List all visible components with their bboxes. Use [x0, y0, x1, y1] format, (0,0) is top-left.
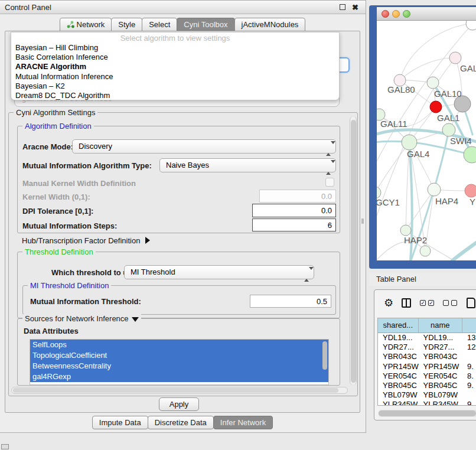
table-row[interactable]: YBR045CYBR045C9. — [378, 381, 476, 390]
dpi-tolerance-field[interactable] — [252, 204, 336, 217]
control-panel-titlebar: Control Panel ✖ — [0, 1, 366, 14]
network-node-gal1[interactable] — [430, 101, 442, 113]
data-attribute-item[interactable]: gal4RGexp — [30, 371, 328, 382]
gear-icon[interactable]: ⚙ — [384, 290, 393, 316]
network-node-gal[interactable] — [449, 52, 461, 64]
aracne-mode-label: Aracne Mode: — [22, 142, 73, 151]
mi-threshold-legend: MI Threshold Definition — [28, 281, 111, 290]
control-panel-window: Control Panel ✖ NetworkStyleSelectCyni T… — [0, 0, 366, 433]
sources-legend-text: Sources for Network Inference — [25, 314, 129, 323]
select-all-columns-icon[interactable]: ✓✓ — [420, 300, 434, 306]
mi-algorithm-type-combo[interactable]: Naive Bayes — [159, 158, 336, 172]
hub-tf-definition-toggle[interactable]: Hub/Transcription Factor Definition — [22, 236, 150, 245]
network-canvas[interactable]: GALGAL80GAL10GAL1GAL11SWI4GAL4GCY1HAP4YH… — [377, 21, 476, 260]
tab-jactivemnodules[interactable]: jActiveMNodules — [234, 18, 306, 31]
tab-label: jActiveMNodules — [242, 18, 299, 31]
table-cell: YBL079W — [378, 390, 419, 400]
algorithm-option[interactable]: Mutual Information Inference — [11, 72, 339, 81]
table-cell: 9. — [462, 381, 476, 390]
tab-style[interactable]: Style — [111, 18, 142, 31]
apply-button[interactable]: Apply — [159, 397, 199, 411]
network-node-hap2[interactable] — [400, 225, 411, 236]
settings-vertical-scrollbar[interactable] — [350, 116, 357, 385]
table-row[interactable]: YBL079WYBL079W — [378, 390, 476, 400]
data-attribute-item[interactable]: TopologicalCoefficient — [30, 350, 328, 361]
new-table-icon[interactable] — [467, 298, 475, 308]
table-cell: YBR045C — [419, 381, 462, 390]
manual-kernel-width-checkbox[interactable] — [325, 178, 334, 187]
data-attributes-list: SelfLoopsTopologicalCoefficientBetweenne… — [30, 339, 329, 385]
mi-steps-field[interactable] — [252, 219, 336, 231]
stepper-arrows-icon — [326, 161, 331, 174]
table-row[interactable]: YER054CYER054C8. — [378, 371, 476, 381]
algorithm-option[interactable]: Bayesian – Hill Climbing — [11, 43, 339, 53]
network-node-gal10[interactable] — [427, 77, 439, 89]
network-node-y[interactable] — [465, 184, 476, 197]
data-attribute-item[interactable]: BetweennessCentrality — [30, 361, 328, 371]
column-header-1[interactable]: shared... — [378, 318, 419, 332]
which-threshold-combo[interactable]: MI Threshold — [124, 265, 314, 279]
network-node-gal4[interactable] — [402, 135, 417, 150]
panel-resize-grip[interactable] — [361, 219, 364, 224]
zoom-traffic-light-icon[interactable] — [403, 10, 410, 18]
network-node-swi4[interactable] — [442, 123, 455, 136]
algorithm-option[interactable]: Basic Correlation Inference — [11, 53, 339, 62]
table-row[interactable]: YBR043CYBR043C — [378, 352, 476, 361]
tab-label: Discretize Data — [155, 416, 207, 429]
data-attribute-item[interactable]: SelfLoops — [30, 340, 328, 350]
float-window-icon[interactable] — [340, 4, 345, 10]
tab-impute-data[interactable]: Impute Data — [92, 416, 148, 429]
minimize-traffic-light-icon[interactable] — [392, 10, 400, 18]
algorithm-option[interactable]: Dream8 DC_TDC Algorithm — [11, 91, 339, 100]
network-edge[interactable] — [377, 142, 409, 193]
stepper-arrows-icon — [326, 142, 331, 155]
table-panel-title: Table Panel — [369, 273, 476, 286]
network-node-label: Y — [470, 197, 475, 207]
tab-cyni-toolbox[interactable]: Cyni Toolbox — [177, 18, 234, 31]
column-header-3[interactable]: A — [462, 318, 476, 332]
table-row[interactable]: YDL19...YDL19...13 — [378, 333, 476, 343]
tab-network[interactable]: Network — [60, 18, 112, 31]
expanded-arrow-icon — [132, 317, 139, 322]
kernel-width-label: Kernel Width (0,1): — [22, 193, 90, 201]
network-edge[interactable] — [377, 58, 455, 216]
table-cell: YPR145W — [378, 362, 419, 371]
network-node[interactable] — [420, 246, 431, 256]
algorithm-option[interactable]: ARACNE Algorithm — [11, 62, 339, 71]
network-node[interactable] — [464, 146, 476, 163]
settings-horizontal-scrollbar[interactable] — [11, 387, 348, 394]
network-node-gcy1[interactable] — [377, 187, 381, 198]
dpi-tolerance-label: DPI Tolerance [0,1]: — [22, 207, 93, 216]
table-row[interactable]: YLR345WYLR345W9. — [378, 400, 476, 406]
table-cell: YPR145W — [419, 362, 462, 371]
sources-legend[interactable]: Sources for Network Inference — [22, 314, 141, 323]
algorithm-option[interactable]: Bayesian – K2 — [11, 81, 339, 91]
algorithm-dropdown-placeholder: Select algorithm to view settings — [11, 34, 339, 43]
column-header-2[interactable]: name — [419, 318, 462, 332]
table-cell: 12 — [462, 343, 476, 352]
mi-threshold-field[interactable] — [250, 295, 331, 308]
network-node-label: GAL4 — [407, 149, 429, 159]
close-icon[interactable]: ✖ — [352, 2, 358, 12]
kernel-width-field[interactable] — [259, 190, 336, 203]
collapsed-arrow-icon — [145, 237, 150, 244]
tab-discretize-data[interactable]: Discretize Data — [148, 416, 214, 429]
network-node[interactable] — [466, 21, 476, 30]
column-layout-icon[interactable] — [402, 298, 411, 308]
network-node-hap4[interactable] — [428, 183, 441, 196]
attributes-scrollbar[interactable] — [322, 341, 327, 370]
algorithm-dropdown-popup: Select algorithm to view settings Bayesi… — [11, 32, 340, 100]
close-traffic-light-icon[interactable] — [382, 10, 389, 18]
minimized-panel-icon[interactable] — [1, 444, 9, 449]
table-horizontal-scrollbar[interactable] — [378, 410, 476, 417]
aracne-mode-combo[interactable]: Discovery — [72, 139, 336, 154]
threshold-definition-legend: Threshold Definition — [22, 247, 96, 256]
tab-select[interactable]: Select — [142, 18, 177, 31]
deselect-all-columns-icon[interactable] — [443, 300, 457, 306]
network-edge-highlighted[interactable] — [452, 239, 476, 260]
network-icon — [67, 21, 74, 28]
tab-infer-network[interactable]: Infer Network — [213, 416, 273, 429]
network-edge[interactable] — [406, 190, 434, 230]
table-row[interactable]: YPR145WYPR145W9. — [378, 362, 476, 371]
table-row[interactable]: YDR27...YDR27...12 — [378, 343, 476, 352]
